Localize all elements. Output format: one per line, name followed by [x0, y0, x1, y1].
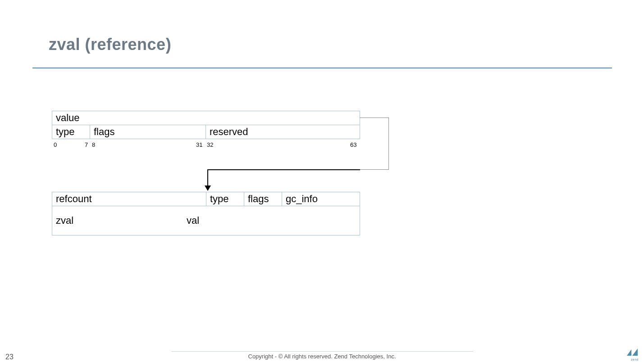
cell-gcinfo: gc_info	[282, 192, 360, 206]
svg-marker-1	[632, 348, 638, 356]
slide-title: zval (reference)	[49, 35, 171, 54]
cell-zval-val: zval val	[52, 206, 360, 235]
cell-value: value	[52, 111, 360, 125]
bit-63: 63	[350, 141, 356, 148]
cell-reserved: reserved	[206, 125, 360, 139]
arrowhead-down-icon	[205, 186, 211, 191]
cell-refcount: refcount	[52, 192, 206, 206]
zval-diagram: value type flags reserved 0 7 8 31 32 63…	[52, 111, 390, 246]
cell-flags: flags	[90, 125, 206, 139]
bit-8: 8	[92, 141, 95, 148]
label-val: val	[187, 215, 199, 226]
arrow-vertical	[207, 169, 208, 187]
bit-7: 7	[85, 141, 88, 148]
cell-type-2: type	[206, 192, 244, 206]
zend-logo-text: zend	[631, 358, 639, 361]
zend-logo-icon	[626, 348, 639, 358]
footer-copyright: Copyright - © All rights reserved. Zend …	[0, 353, 644, 360]
title-rule	[32, 68, 612, 68]
bit-0: 0	[54, 141, 57, 148]
label-zval: zval	[56, 215, 187, 226]
cell-flags-2: flags	[244, 192, 282, 206]
arrow-horizontal	[207, 169, 360, 170]
bit-31: 31	[196, 141, 202, 148]
footer-rule	[171, 351, 473, 352]
cell-type: type	[52, 125, 90, 139]
bit-32: 32	[207, 141, 213, 148]
pointer-box	[360, 118, 389, 170]
svg-marker-0	[627, 349, 631, 356]
